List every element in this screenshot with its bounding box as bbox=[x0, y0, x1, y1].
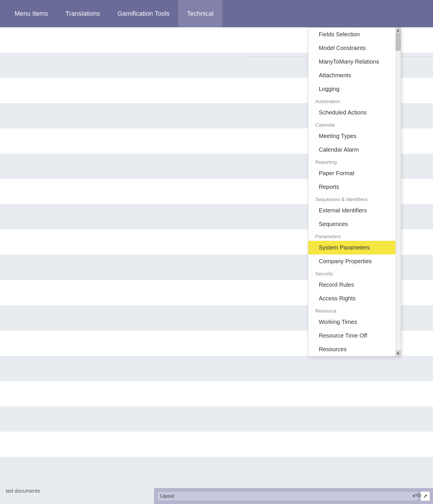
dropdown-item-meeting-types[interactable]: Meeting Types bbox=[308, 129, 396, 143]
scrollbar-arrow-down[interactable]: ▼ bbox=[396, 350, 401, 356]
navbar: Menu ItemsTranslationsGamification Tools… bbox=[0, 0, 433, 27]
bottom-select-bar: Layout ▼ ➚ bbox=[154, 488, 433, 504]
dropdown-item-manytomany-relations[interactable]: ManyToMany Relations bbox=[308, 55, 396, 69]
bottom-right-text: nts bbox=[414, 492, 421, 498]
dropdown-category-reporting: Reporting bbox=[308, 157, 396, 166]
layout-select[interactable]: Layout ▼ bbox=[157, 491, 418, 501]
dropdown-item-calendar-alarm[interactable]: Calendar Alarm bbox=[308, 143, 396, 157]
nav-item-translations[interactable]: Translations bbox=[57, 0, 109, 27]
dropdown-item-working-times[interactable]: Working Times bbox=[308, 315, 396, 329]
dropdown-item-logging[interactable]: Logging bbox=[308, 82, 396, 96]
dropdown-item-paper-format[interactable]: Paper Format bbox=[308, 166, 396, 180]
dropdown-category-security: Security bbox=[308, 268, 396, 278]
dropdown-item-record-rules[interactable]: Record Rules bbox=[308, 278, 396, 292]
dropdown-item-fields-selection[interactable]: Fields Selection bbox=[308, 28, 396, 41]
dropdown-container: ▲ ▼ Fields SelectionModel ConstraintsMan… bbox=[308, 27, 401, 356]
dropdown-item-resources[interactable]: Resources bbox=[308, 342, 396, 356]
dropdown-category-calendar: Calendar bbox=[308, 119, 396, 129]
nav-item-menu-items[interactable]: Menu Items bbox=[6, 0, 57, 27]
dropdown-item-reports[interactable]: Reports bbox=[308, 180, 396, 194]
dropdown-category-sequences-&-identifiers: Sequences & Identifiers bbox=[308, 194, 396, 204]
scrollbar-thumb[interactable] bbox=[396, 33, 401, 51]
dropdown-category-automation: Automation bbox=[308, 96, 396, 106]
dropdown-category-resource: Resource bbox=[308, 305, 396, 315]
dropdown-items-list: Fields SelectionModel ConstraintsManyToM… bbox=[308, 28, 401, 356]
dropdown-item-system-parameters[interactable]: System Parameters bbox=[308, 241, 396, 254]
dropdown-category-parameters: Parameters bbox=[308, 231, 396, 241]
dropdown-item-sequences[interactable]: Sequences bbox=[308, 217, 396, 231]
nav-item-gamification-tools[interactable]: Gamification Tools bbox=[109, 0, 178, 27]
scrollbar-arrow-up[interactable]: ▲ bbox=[396, 28, 401, 33]
dropdown-item-model-constraints[interactable]: Model Constraints bbox=[308, 41, 396, 55]
dropdown-item-resource-time-off[interactable]: Resource Time Off bbox=[308, 329, 396, 342]
external-link-icon: ➚ bbox=[423, 493, 427, 499]
nav-item-technical[interactable]: Technical bbox=[178, 0, 222, 27]
main-area: ▲ ▼ Fields SelectionModel ConstraintsMan… bbox=[0, 27, 433, 504]
bottom-left-text: ted documents bbox=[6, 488, 40, 494]
dropdown-item-company-properties[interactable]: Company Properties bbox=[308, 254, 396, 268]
dropdown-item-access-rights[interactable]: Access Rights bbox=[308, 292, 396, 305]
dropdown-item-external-identifiers[interactable]: External Identifiers bbox=[308, 204, 396, 217]
external-link-button[interactable]: ➚ bbox=[420, 491, 430, 501]
dropdown-scrollbar[interactable]: ▲ ▼ bbox=[396, 28, 401, 356]
dropdown-item-scheduled-actions[interactable]: Scheduled Actions bbox=[308, 106, 396, 119]
layout-select-label: Layout bbox=[160, 494, 174, 499]
dropdown-item-attachments[interactable]: Attachments bbox=[308, 69, 396, 82]
